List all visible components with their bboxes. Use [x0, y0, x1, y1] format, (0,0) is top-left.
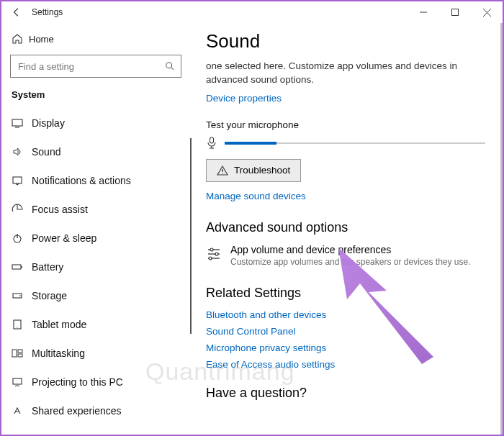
search-box[interactable]	[10, 55, 181, 78]
sidebar-item-label: Notifications & actions	[32, 175, 131, 186]
vertical-scrollbar[interactable]	[500, 23, 503, 435]
sidebar-item-label: Sound	[32, 146, 60, 158]
sidebar-item-sound[interactable]: Sound	[1, 137, 190, 166]
storage-icon	[12, 290, 32, 301]
sidebar-item-power-sleep[interactable]: Power & sleep	[1, 224, 190, 253]
search-icon	[165, 61, 175, 71]
sidebar-item-storage[interactable]: Storage	[1, 281, 190, 310]
main-content: Sound one selected here. Customize app v…	[190, 23, 503, 435]
troubleshoot-label: Troubleshoot	[234, 165, 290, 176]
microphone-icon	[206, 137, 225, 150]
app-volume-sub: Customize app volumes and the speakers o…	[230, 257, 471, 267]
sidebar-item-label: Focus assist	[32, 204, 88, 215]
sidebar-category: System	[1, 85, 190, 109]
svg-point-26	[222, 173, 222, 173]
multitasking-icon	[12, 348, 32, 359]
sidebar-item-label: Storage	[32, 290, 67, 301]
related-heading: Related Settings	[206, 286, 485, 301]
sidebar-item-label: Display	[32, 117, 65, 129]
device-properties-link[interactable]: Device properties	[206, 93, 485, 104]
display-icon	[12, 117, 32, 129]
svg-rect-6	[12, 119, 22, 126]
sidebar-item-label: Multitasking	[32, 348, 85, 359]
svg-point-28	[210, 248, 213, 251]
power-icon	[12, 232, 32, 244]
close-button[interactable]	[471, 1, 503, 23]
scroll-indicator	[190, 138, 192, 334]
svg-point-30	[215, 253, 218, 255]
sidebar-item-display[interactable]: Display	[1, 109, 190, 137]
sound-icon	[12, 146, 32, 158]
svg-rect-1	[452, 9, 459, 16]
projecting-icon	[12, 376, 32, 388]
bluetooth-link[interactable]: Bluetooth and other devices	[206, 309, 485, 320]
mic-level-bar	[225, 142, 485, 144]
question-heading: Have a question?	[206, 386, 485, 401]
troubleshoot-button[interactable]: Troubleshoot	[206, 159, 301, 182]
svg-rect-19	[18, 354, 22, 357]
mic-level-meter	[206, 135, 485, 152]
sidebar-item-projecting[interactable]: Projecting to this PC	[1, 368, 190, 396]
sidebar-item-multitasking[interactable]: Multitasking	[1, 339, 190, 368]
sound-control-panel-link[interactable]: Sound Control Panel	[206, 326, 485, 337]
battery-icon	[12, 261, 32, 273]
svg-rect-18	[18, 350, 22, 353]
sidebar-home[interactable]: Home	[1, 26, 190, 52]
microphone-privacy-link[interactable]: Microphone privacy settings	[206, 342, 485, 353]
manage-sound-devices-link[interactable]: Manage sound devices	[206, 191, 485, 201]
svg-rect-8	[13, 177, 22, 183]
advanced-heading: Advanced sound options	[206, 220, 485, 235]
svg-point-4	[166, 63, 172, 68]
svg-rect-22	[210, 137, 214, 143]
svg-rect-12	[22, 266, 23, 268]
app-volume-preferences[interactable]: App volume and device preferences Custom…	[206, 244, 485, 267]
sidebar-item-notifications[interactable]: Notifications & actions	[1, 166, 190, 195]
sidebar-item-label: Battery	[32, 261, 63, 273]
sidebar-item-battery[interactable]: Battery	[1, 253, 190, 281]
sidebar-item-shared-experiences[interactable]: Shared experiences	[1, 396, 190, 425]
maximize-button[interactable]	[439, 1, 471, 23]
titlebar: Settings	[1, 1, 503, 23]
sidebar-item-tablet-mode[interactable]: Tablet mode	[1, 310, 190, 339]
warning-icon	[217, 165, 228, 176]
sidebar-item-label: Projecting to this PC	[32, 376, 123, 388]
notifications-icon	[12, 175, 32, 186]
back-button[interactable]	[6, 1, 27, 23]
sidebar-item-focus-assist[interactable]: Focus assist	[1, 195, 190, 224]
svg-point-14	[19, 295, 21, 296]
sliders-icon	[206, 244, 230, 267]
sidebar-item-label: Tablet mode	[32, 319, 86, 330]
home-icon	[12, 33, 29, 45]
shared-icon	[12, 405, 32, 417]
ease-of-access-audio-link[interactable]: Ease of Access audio settings	[206, 359, 485, 370]
search-input[interactable]	[17, 60, 165, 73]
page-description: one selected here. Customize app volumes…	[206, 60, 485, 87]
svg-rect-11	[12, 265, 21, 269]
sidebar: Home System Display Sound	[1, 23, 190, 435]
svg-point-16	[17, 327, 17, 327]
page-title: Sound	[206, 30, 485, 53]
sidebar-home-label: Home	[29, 34, 54, 45]
svg-rect-20	[13, 378, 22, 384]
sidebar-item-label: Shared experiences	[32, 405, 122, 417]
focus-assist-icon	[12, 204, 32, 215]
window-title: Settings	[27, 7, 63, 17]
minimize-button[interactable]	[408, 1, 439, 23]
sidebar-item-label: Power & sleep	[32, 232, 96, 244]
app-volume-title: App volume and device preferences	[230, 244, 471, 255]
svg-point-32	[209, 257, 212, 260]
test-mic-label: Test your microphone	[206, 119, 485, 130]
tablet-icon	[12, 319, 32, 330]
svg-rect-17	[12, 350, 17, 357]
svg-line-5	[171, 68, 174, 71]
